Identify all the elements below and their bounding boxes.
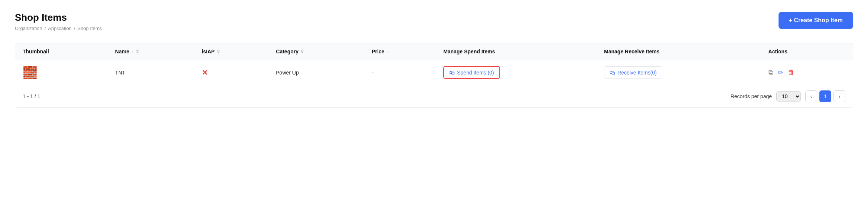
col-isiap: isIAP ⊽ (194, 43, 268, 60)
records-per-page-select[interactable]: 10 25 50 100 (776, 91, 801, 102)
cell-name: TNT (108, 60, 194, 85)
col-price: Price ↓ (364, 43, 436, 60)
cell-manage-receive: 🛍 Receive Items(0) (597, 60, 761, 85)
receive-items-button[interactable]: 🛍 Receive Items(0) (604, 66, 662, 79)
table-row: 🧱 TNT ✕ Power Up - 🛍 Spend Items (15, 60, 853, 85)
category-filter-icon[interactable]: ⊽ (301, 49, 304, 54)
page-navigation: ‹ 1 › (805, 90, 845, 102)
price-sort-icon[interactable]: ↓ (386, 49, 389, 54)
breadcrumb-current: Shop Items (78, 26, 102, 31)
spend-items-button[interactable]: 🛍 Spend Items (0) (443, 66, 500, 79)
col-manage-spend: Manage Spend Items (436, 43, 597, 60)
thumbnail-image: 🧱 (23, 67, 100, 79)
cell-price: - (364, 60, 436, 85)
cell-actions: ⧉ ✏ 🗑 (761, 60, 853, 85)
cell-isiap: ✕ (194, 60, 268, 85)
page-title: Shop Items (15, 12, 102, 23)
table-footer: 1 - 1 / 1 Records per page 10 25 50 100 … (15, 85, 853, 107)
cell-thumbnail: 🧱 (15, 60, 108, 85)
breadcrumb: Organization / Application / Shop Items (15, 26, 102, 31)
col-name: Name ↑ ⊽ (108, 43, 194, 60)
col-actions: Actions (761, 43, 853, 60)
col-thumbnail: Thumbnail (15, 43, 108, 60)
page-1-button[interactable]: 1 (819, 90, 831, 102)
spend-bag-icon: 🛍 (449, 69, 455, 76)
col-manage-receive: Manage Receive Items (597, 43, 761, 60)
edit-button[interactable]: ✏ (778, 69, 783, 77)
cell-category: Power Up (268, 60, 364, 85)
breadcrumb-sep2: / (74, 26, 75, 31)
breadcrumb-sep1: / (45, 26, 46, 31)
prev-page-button[interactable]: ‹ (805, 90, 817, 102)
isiap-filter-icon[interactable]: ⊽ (217, 49, 220, 54)
name-filter-icon[interactable]: ⊽ (136, 49, 139, 54)
shop-items-table: Thumbnail Name ↑ ⊽ isIAP ⊽ (15, 43, 853, 108)
cell-manage-spend: 🛍 Spend Items (0) (436, 60, 597, 85)
receive-bag-icon: 🛍 (610, 69, 615, 76)
name-sort-icon[interactable]: ↑ (131, 49, 134, 54)
pagination-info: 1 - 1 / 1 (23, 93, 40, 99)
create-shop-item-button[interactable]: + Create Shop Item (779, 12, 853, 29)
col-category: Category ⊽ (268, 43, 364, 60)
table-header-row: Thumbnail Name ↑ ⊽ isIAP ⊽ (15, 43, 853, 60)
next-page-button[interactable]: › (833, 90, 845, 102)
copy-button[interactable]: ⧉ (769, 69, 773, 76)
isiap-false-icon: ✕ (202, 69, 208, 77)
breadcrumb-app: Application (48, 26, 72, 31)
breadcrumb-org: Organization (15, 26, 42, 31)
delete-button[interactable]: 🗑 (788, 69, 794, 76)
records-per-page-label: Records per page (731, 93, 772, 99)
